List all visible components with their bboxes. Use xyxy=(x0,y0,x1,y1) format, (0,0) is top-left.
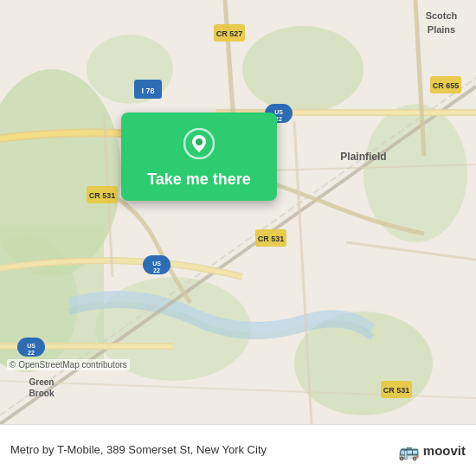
svg-text:CR 531: CR 531 xyxy=(383,386,410,395)
svg-text:CR 527: CR 527 xyxy=(216,29,243,38)
svg-text:CR 655: CR 655 xyxy=(433,81,460,90)
svg-text:CR 531: CR 531 xyxy=(89,191,116,200)
svg-text:Scotch: Scotch xyxy=(426,10,458,21)
take-me-there-button[interactable]: Take me there xyxy=(121,113,277,201)
svg-text:Plains: Plains xyxy=(428,24,455,35)
moovit-logo: 🚌 moovit xyxy=(398,441,466,461)
svg-point-49 xyxy=(196,138,203,145)
svg-text:22: 22 xyxy=(153,267,160,273)
svg-text:CR 531: CR 531 xyxy=(258,235,285,243)
location-pin-icon xyxy=(183,128,215,164)
moovit-brand-text: moovit xyxy=(423,443,466,458)
map-container: I 78 US 22 US 22 US 22 CR 527 CR 531 CR … xyxy=(0,0,476,424)
svg-text:US: US xyxy=(27,343,35,349)
bottom-info-bar: Metro by T-Mobile, 389 Somerset St, New … xyxy=(0,424,476,476)
map-attribution: © OpenStreetMap contributors xyxy=(7,359,130,370)
take-me-there-overlay: Take me there xyxy=(121,113,277,201)
svg-text:Plainfield: Plainfield xyxy=(340,151,386,163)
take-me-there-label: Take me there xyxy=(147,170,251,189)
svg-text:US: US xyxy=(152,261,161,267)
svg-text:Green: Green xyxy=(29,377,55,387)
bus-icon: 🚌 xyxy=(398,441,420,461)
location-text: Metro by T-Mobile, 389 Somerset St, New … xyxy=(10,443,391,458)
svg-point-7 xyxy=(242,26,363,113)
svg-text:22: 22 xyxy=(28,350,35,356)
svg-text:Brook: Brook xyxy=(29,389,55,398)
svg-text:I 78: I 78 xyxy=(141,87,154,95)
